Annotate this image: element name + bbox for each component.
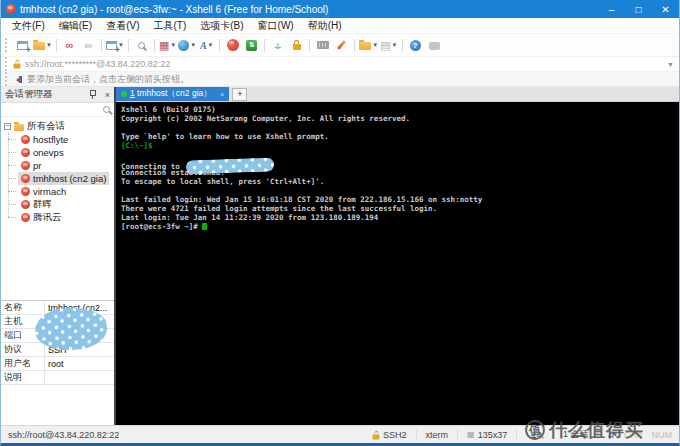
- menu-item-0[interactable]: 文件(F): [5, 19, 52, 33]
- address-input[interactable]: ssh://root:*********@43.84.220.82:22: [25, 59, 667, 69]
- virtual-keyboard-icon: [317, 41, 329, 49]
- terminal-screen[interactable]: Xshell 6 (Build 0175)Copyright (c) 2002 …: [116, 102, 679, 425]
- ssh-lock-icon: [373, 434, 380, 439]
- dropdown-caret-icon: ▼: [372, 42, 378, 48]
- window-controls: – □ ✕: [598, 0, 679, 18]
- duplicate-session-button[interactable]: ▼: [106, 36, 124, 54]
- session-item-inner[interactable]: hostflyte: [18, 133, 71, 146]
- new-tab-button[interactable]: +: [232, 88, 247, 101]
- reconnect-button[interactable]: ∞: [80, 36, 97, 54]
- collapse-icon[interactable]: −: [4, 123, 11, 130]
- session-item-inner[interactable]: pr: [18, 159, 44, 172]
- compose-button[interactable]: A▼: [198, 36, 215, 54]
- menu-item-6[interactable]: 帮助(H): [301, 19, 349, 33]
- highlight-pen-button[interactable]: [333, 36, 350, 54]
- status-protocol: SSH2: [372, 430, 407, 440]
- session-item-inner[interactable]: virmach: [18, 185, 69, 198]
- tree-root-all-sessions[interactable]: − 所有会话: [1, 120, 114, 133]
- session-item-hostflyte[interactable]: hostflyte: [1, 133, 114, 146]
- new-session-button[interactable]: [14, 36, 31, 54]
- folder-sessions-icon: [359, 42, 371, 50]
- session-label: virmach: [33, 186, 66, 197]
- xshell-button[interactable]: [224, 36, 241, 54]
- tab-tmhhost[interactable]: 1 tmhhost（cn2 gia） ×: [116, 87, 229, 101]
- duplicate-session-icon: [106, 41, 117, 50]
- session-icon: [21, 200, 30, 209]
- session-item-inner[interactable]: 腾讯云: [18, 211, 65, 224]
- pin-icon[interactable]: [90, 90, 96, 96]
- properties-tail: [1, 385, 114, 425]
- toolbar-separator: [128, 39, 129, 52]
- session-item-onevps[interactable]: onevps: [1, 146, 114, 159]
- property-value[interactable]: root: [45, 357, 114, 370]
- toolbar-separator: [402, 39, 403, 52]
- web-button[interactable]: ▼: [178, 36, 196, 54]
- session-item-inner[interactable]: onevps: [18, 146, 67, 159]
- disconnect-button[interactable]: ∞: [61, 36, 78, 54]
- session-item-inner[interactable]: tmhhost (cn2 gia): [18, 172, 109, 185]
- session-manager-title: 会话管理器: [5, 88, 90, 101]
- dropdown-caret-icon: ▼: [46, 42, 52, 48]
- session-item-virmach[interactable]: virmach: [1, 185, 114, 198]
- layout-button[interactable]: ▤▼: [380, 36, 397, 54]
- property-label: 说明: [1, 371, 45, 384]
- minimize-button[interactable]: –: [598, 0, 625, 18]
- session-item-inner[interactable]: 群晖: [18, 198, 55, 211]
- virtual-keyboard-button[interactable]: [314, 36, 331, 54]
- close-button[interactable]: ✕: [652, 0, 679, 18]
- terminal-line-6: Connecting to: [121, 159, 679, 168]
- property-label: 用户名: [1, 357, 45, 370]
- menu-item-5[interactable]: 窗口(W): [251, 19, 301, 33]
- panel-close-icon[interactable]: ×: [105, 90, 110, 100]
- panel-spacer: [1, 224, 114, 300]
- session-properties: 名称tmhhost (cn2...主机端口协议SSH用户名root说明: [1, 300, 114, 385]
- disconnect-icon: ∞: [66, 40, 74, 51]
- session-icon: [21, 213, 30, 222]
- lock-screen-icon: [293, 44, 301, 50]
- address-dropdown-icon[interactable]: ▼: [667, 61, 674, 68]
- addressbar-grip[interactable]: [5, 57, 9, 71]
- menu-item-3[interactable]: 工具(T): [146, 19, 193, 33]
- session-label: onevps: [33, 147, 64, 158]
- session-item-tmhhost-cn2-gia-[interactable]: tmhhost (cn2 gia): [1, 172, 114, 185]
- session-filter-row[interactable]: [1, 103, 114, 117]
- find-button[interactable]: [133, 36, 150, 54]
- session-item-pr[interactable]: pr: [1, 159, 114, 172]
- folder-sessions-button[interactable]: ▼: [359, 36, 378, 54]
- menu-item-4[interactable]: 选项卡(B): [193, 19, 250, 33]
- session-label: 群晖: [33, 198, 52, 211]
- window-title: tmhhost (cn2 gia) - root@ecs-3fw:~ - Xsh…: [20, 4, 598, 15]
- help-button[interactable]: ?: [407, 36, 424, 54]
- menu-item-1[interactable]: 编辑(E): [52, 19, 99, 33]
- tab-close-icon[interactable]: ×: [220, 90, 225, 99]
- session-icon: [21, 148, 30, 157]
- feedback-button[interactable]: [426, 36, 443, 54]
- menu-item-2[interactable]: 查看(V): [99, 19, 146, 33]
- property-value[interactable]: [45, 371, 114, 384]
- address-bar[interactable]: ssh://root:*********@43.84.220.82:22 ▼: [1, 57, 679, 72]
- session-item--[interactable]: 腾讯云: [1, 211, 114, 224]
- fullscreen-icon: ↔↕: [272, 40, 283, 51]
- session-item--[interactable]: 群晖: [1, 198, 114, 211]
- terminal-line-1: Copyright (c) 2002 NetSarang Computer, I…: [121, 114, 679, 123]
- fullscreen-button[interactable]: ↔↕: [269, 36, 286, 54]
- lock-screen-button[interactable]: [288, 36, 305, 54]
- property-row-5: 说明: [1, 371, 114, 385]
- maximize-button[interactable]: □: [625, 0, 652, 18]
- toolbar-grip[interactable]: [5, 38, 9, 52]
- folder-icon: [14, 124, 24, 131]
- properties-button[interactable]: ▦▼: [159, 36, 176, 54]
- xftp-button[interactable]: ⇅: [243, 36, 260, 54]
- search-icon[interactable]: [103, 106, 110, 113]
- terminal-column: 1 tmhhost（cn2 gia） × + Xshell 6 (Build 0…: [116, 87, 679, 425]
- xshell-icon: [227, 39, 239, 51]
- status-separator: [457, 430, 458, 439]
- property-label: 名称: [1, 301, 45, 314]
- find-icon: [138, 42, 145, 49]
- session-label: tmhhost (cn2 gia): [33, 173, 106, 184]
- open-folder-button[interactable]: ▼: [33, 36, 52, 54]
- tab-bar: 1 tmhhost（cn2 gia） × +: [116, 87, 679, 102]
- smzdm-watermark: 值 什么值得买: [525, 418, 644, 442]
- toolbar-separator: [354, 39, 355, 52]
- status-separator: [416, 430, 417, 439]
